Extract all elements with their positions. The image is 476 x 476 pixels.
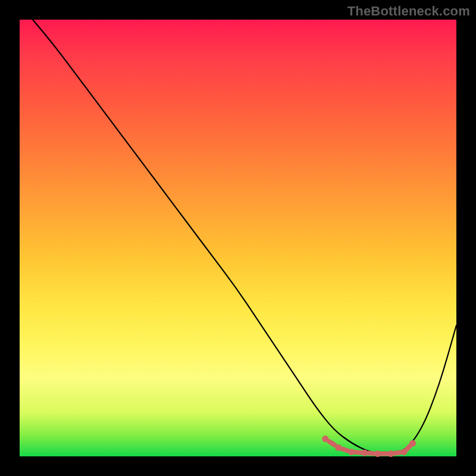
- watermark-text: TheBottleneck.com: [347, 4, 470, 19]
- optimum-marker: [409, 440, 416, 447]
- optimum-dash: [329, 441, 334, 445]
- chart-stage: TheBottleneck.com: [0, 0, 476, 476]
- chart-overlay: [20, 20, 456, 456]
- optimum-dash: [355, 452, 361, 453]
- optimum-dash: [342, 449, 347, 451]
- bottleneck-curve: [33, 20, 456, 453]
- optimum-markers: [322, 436, 416, 457]
- optimum-dash: [406, 446, 410, 449]
- optimum-dash: [395, 453, 400, 453]
- optimum-dash: [369, 453, 374, 454]
